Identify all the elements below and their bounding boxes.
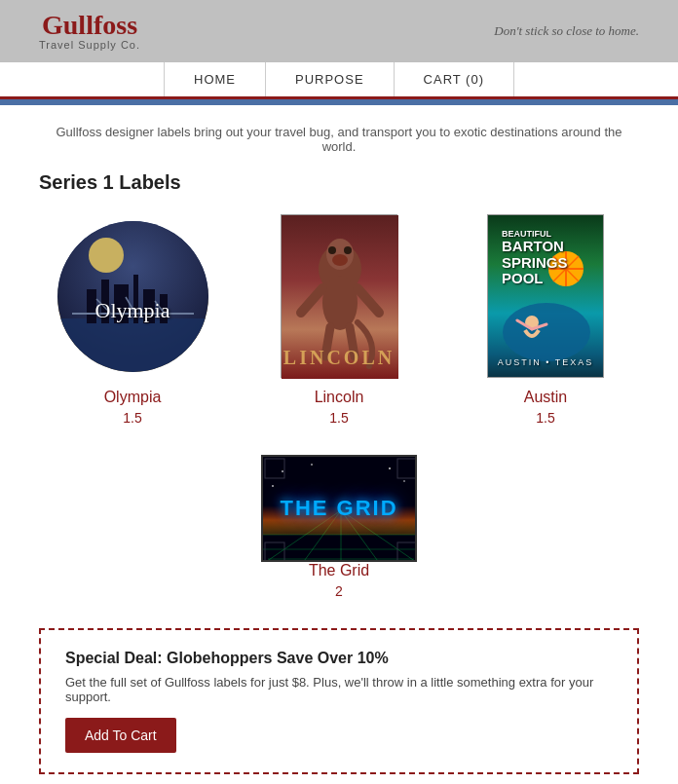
olympia-name: Olympia xyxy=(104,389,162,406)
nav-home[interactable]: HOME xyxy=(164,62,266,96)
nav-cart[interactable]: CART (0) xyxy=(395,62,514,96)
barton-springs-text: BARTONSPRINGSPOOL xyxy=(502,239,568,287)
svg-point-19 xyxy=(322,276,358,330)
svg-point-39 xyxy=(272,485,274,487)
add-to-cart-button[interactable]: Add To Cart xyxy=(65,718,176,753)
product-grid: Olympia Olympia 1.5 xyxy=(39,213,639,426)
olympia-image: Olympia xyxy=(57,221,208,372)
main-content: Gullfoss designer labels bring out your … xyxy=(0,105,678,784)
product-lincoln[interactable]: LINCOLN Lincoln 1.5 xyxy=(245,213,433,426)
svg-rect-2 xyxy=(57,318,208,372)
product-thegrid[interactable]: THE GRID The Grid 2 xyxy=(261,455,417,599)
austin-texas-text: AUSTIN • TEXAS xyxy=(488,352,603,369)
logo-sub-text: Travel Supply Co. xyxy=(39,39,140,51)
thegrid-label-text: THE GRID xyxy=(280,496,397,521)
deal-description: Get the full set of Gullfoss labels for … xyxy=(65,675,613,704)
product-olympia[interactable]: Olympia Olympia 1.5 xyxy=(39,213,226,426)
product-austin[interactable]: BEAUTIFUL BARTONSPRINGSPOOL AUSTIN • TEX… xyxy=(452,213,639,426)
olympia-script-text: Olympia xyxy=(95,298,170,323)
grid-row: THE GRID The Grid 2 xyxy=(39,455,639,599)
section-title: Series 1 Labels xyxy=(39,171,639,194)
lincoln-image-container: LINCOLN xyxy=(261,213,417,379)
lincoln-name: Lincoln xyxy=(315,389,364,406)
svg-point-37 xyxy=(389,467,391,469)
svg-point-35 xyxy=(282,470,283,472)
thegrid-image: THE GRID xyxy=(261,455,417,562)
header-tagline: Don't stick so close to home. xyxy=(494,23,639,39)
austin-name: Austin xyxy=(524,389,567,406)
svg-point-38 xyxy=(403,480,405,482)
thegrid-price: 2 xyxy=(335,583,343,599)
svg-point-17 xyxy=(344,246,352,254)
olympia-price: 1.5 xyxy=(123,410,141,426)
deal-title: Special Deal: Globehoppers Save Over 10% xyxy=(65,650,613,667)
austin-price: 1.5 xyxy=(536,410,554,426)
svg-point-36 xyxy=(311,464,313,466)
austin-image: BEAUTIFUL BARTONSPRINGSPOOL AUSTIN • TEX… xyxy=(487,214,604,378)
nav-purpose[interactable]: PURPOSE xyxy=(266,62,395,96)
thegrid-name: The Grid xyxy=(309,562,369,579)
logo-main-text: Gullfoss xyxy=(42,12,137,39)
header: Gullfoss Travel Supply Co. Don't stick s… xyxy=(0,0,678,62)
svg-point-16 xyxy=(328,246,336,254)
austin-image-container: BEAUTIFUL BARTONSPRINGSPOOL AUSTIN • TEX… xyxy=(468,213,623,379)
lincoln-image: LINCOLN xyxy=(281,214,397,378)
svg-point-1 xyxy=(89,238,124,273)
special-deal-box: Special Deal: Globehoppers Save Over 10%… xyxy=(39,628,639,774)
navigation: HOME PURPOSE CART (0) xyxy=(0,62,678,99)
olympia-svg xyxy=(57,221,208,372)
lincoln-label-text: LINCOLN xyxy=(283,347,395,369)
lincoln-price: 1.5 xyxy=(329,410,348,426)
austin-text-overlay: BEAUTIFUL BARTONSPRINGSPOOL xyxy=(496,223,574,293)
logo: Gullfoss Travel Supply Co. xyxy=(39,12,140,51)
olympia-image-container: Olympia xyxy=(55,213,210,379)
svg-point-18 xyxy=(332,254,348,266)
main-tagline: Gullfoss designer labels bring out your … xyxy=(39,125,639,154)
